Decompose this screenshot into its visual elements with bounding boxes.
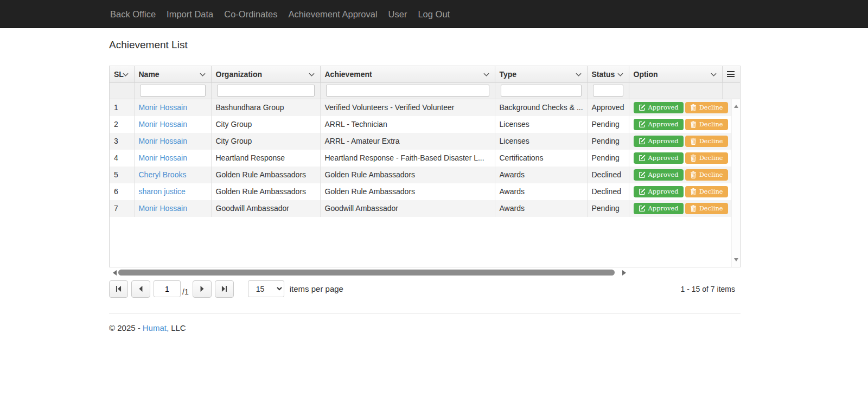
nav-item-achievement-approval[interactable]: Achievement Approval xyxy=(287,0,378,28)
nav-item-co-ordinates[interactable]: Co-Ordinates xyxy=(223,0,278,28)
decline-button-label: Decline xyxy=(699,104,723,111)
hamburger-menu-icon[interactable] xyxy=(727,70,735,79)
name-link[interactable]: Monir Hossain xyxy=(139,103,187,112)
decline-button-label: Decline xyxy=(699,204,723,212)
cell-sl: 7 xyxy=(110,200,134,217)
filter-status-input[interactable] xyxy=(593,85,623,97)
next-page-button[interactable] xyxy=(193,280,212,298)
cell-option: Approved Decline xyxy=(629,183,732,200)
chevron-down-icon[interactable] xyxy=(711,73,717,76)
nav-item-user[interactable]: User xyxy=(387,0,409,28)
filter-type-input[interactable] xyxy=(501,85,582,97)
grid-menu-cell[interactable] xyxy=(722,66,740,82)
edit-icon xyxy=(639,171,646,178)
column-header-name[interactable]: Name xyxy=(134,66,211,82)
name-link[interactable]: Monir Hossain xyxy=(139,120,187,129)
approve-button[interactable]: Approved xyxy=(634,186,684,197)
column-header-type[interactable]: Type xyxy=(495,66,587,82)
achievement-grid: SL Name Organization Achievement Type xyxy=(109,66,741,267)
decline-button[interactable]: Decline xyxy=(685,119,728,130)
chevron-down-icon[interactable] xyxy=(617,73,623,76)
filter-name-input[interactable] xyxy=(140,85,206,97)
grid-content: 1 Monir Hossain Bashundhara Group Verifi… xyxy=(110,99,740,267)
page-size-select[interactable]: 15 xyxy=(248,280,284,297)
cell-status: Pending xyxy=(587,133,629,150)
approve-button[interactable]: Approved xyxy=(634,152,684,164)
approve-button-label: Approved xyxy=(648,137,679,145)
last-page-button[interactable] xyxy=(215,280,234,298)
chevron-down-icon[interactable] xyxy=(309,73,315,76)
vertical-scrollbar[interactable] xyxy=(731,99,740,267)
filter-organization-input[interactable] xyxy=(217,85,315,97)
decline-button[interactable]: Decline xyxy=(685,186,728,197)
cell-name: Monir Hossain xyxy=(134,200,211,217)
filter-achievement-input[interactable] xyxy=(326,85,489,97)
cell-organization: Goodwill Ambassador xyxy=(211,200,320,217)
chevron-down-icon[interactable] xyxy=(483,73,489,76)
decline-button[interactable]: Decline xyxy=(685,169,728,181)
horizontal-scrollbar[interactable] xyxy=(109,268,630,277)
page-total-label: /1 xyxy=(182,287,189,299)
column-header-achievement[interactable]: Achievement xyxy=(320,66,495,82)
cell-sl: 2 xyxy=(110,116,134,133)
cell-name: Monir Hossain xyxy=(134,150,211,167)
name-link[interactable]: sharon justice xyxy=(139,187,186,196)
table-row: 7 Monir Hossain Goodwill Ambassador Good… xyxy=(110,200,732,217)
previous-page-icon xyxy=(137,285,144,292)
cell-sl: 6 xyxy=(110,183,134,200)
column-header-organization[interactable]: Organization xyxy=(211,66,320,82)
page-number-input[interactable] xyxy=(154,280,181,297)
company-link[interactable]: Humat, xyxy=(143,323,169,332)
column-label-status: Status xyxy=(592,70,615,79)
scroll-left-arrow-icon[interactable] xyxy=(113,270,117,276)
cell-status: Pending xyxy=(587,150,629,167)
approve-button[interactable]: Approved xyxy=(634,169,684,181)
filter-row xyxy=(110,82,740,99)
decline-button-label: Decline xyxy=(699,120,723,128)
nav-item-log-out[interactable]: Log Out xyxy=(417,0,451,28)
decline-button[interactable]: Decline xyxy=(685,136,728,147)
name-link[interactable]: Monir Hossain xyxy=(139,204,187,213)
column-header-status[interactable]: Status xyxy=(587,66,629,82)
approve-button[interactable]: Approved xyxy=(634,203,684,214)
approve-button-label: Approved xyxy=(648,188,679,195)
cell-status: Declined xyxy=(587,183,629,200)
column-header-option[interactable]: Option xyxy=(629,66,722,82)
footer: © 2025 -Humat,LLC xyxy=(109,323,741,332)
trash-icon xyxy=(690,155,697,162)
cell-organization: Golden Rule Ambassadors xyxy=(211,183,320,200)
scroll-down-arrow-icon[interactable] xyxy=(734,258,738,261)
edit-icon xyxy=(639,104,646,111)
approve-button[interactable]: Approved xyxy=(634,102,684,113)
horizontal-scrollbar-thumb[interactable] xyxy=(118,270,615,276)
previous-page-button[interactable] xyxy=(131,280,150,298)
scroll-right-arrow-icon[interactable] xyxy=(622,270,626,276)
decline-button[interactable]: Decline xyxy=(685,203,728,214)
first-page-button[interactable] xyxy=(109,280,128,298)
first-page-icon xyxy=(115,285,122,292)
cell-achievement: Golden Rule Ambassadors xyxy=(320,183,495,200)
nav-item-back-office[interactable]: Back Office xyxy=(109,0,157,28)
column-header-sl[interactable]: SL xyxy=(110,66,134,82)
decline-button[interactable]: Decline xyxy=(685,102,728,113)
scroll-up-arrow-icon[interactable] xyxy=(734,105,738,108)
cell-status: Pending xyxy=(587,116,629,133)
chevron-down-icon[interactable] xyxy=(576,73,582,76)
cell-organization: Bashundhara Group xyxy=(211,99,320,116)
cell-achievement: Verified Volunteers - Verified Volunteer xyxy=(320,99,495,116)
name-link[interactable]: Monir Hossain xyxy=(139,137,187,145)
cell-name: Monir Hossain xyxy=(134,133,211,150)
cell-option: Approved Decline xyxy=(629,99,732,116)
decline-button[interactable]: Decline xyxy=(685,152,728,164)
cell-achievement: ARRL - Amateur Extra xyxy=(320,133,495,150)
table-row: 2 Monir Hossain City Group ARRL - Techni… xyxy=(110,116,732,133)
cell-sl: 1 xyxy=(110,99,134,116)
approve-button[interactable]: Approved xyxy=(634,136,684,147)
cell-type: Awards xyxy=(495,183,587,200)
chevron-down-icon[interactable] xyxy=(200,73,206,76)
chevron-down-icon[interactable] xyxy=(123,73,129,76)
name-link[interactable]: Cheryl Brooks xyxy=(139,170,187,179)
name-link[interactable]: Monir Hossain xyxy=(139,153,187,162)
approve-button[interactable]: Approved xyxy=(634,119,684,130)
nav-item-import-data[interactable]: Import Data xyxy=(165,0,214,28)
